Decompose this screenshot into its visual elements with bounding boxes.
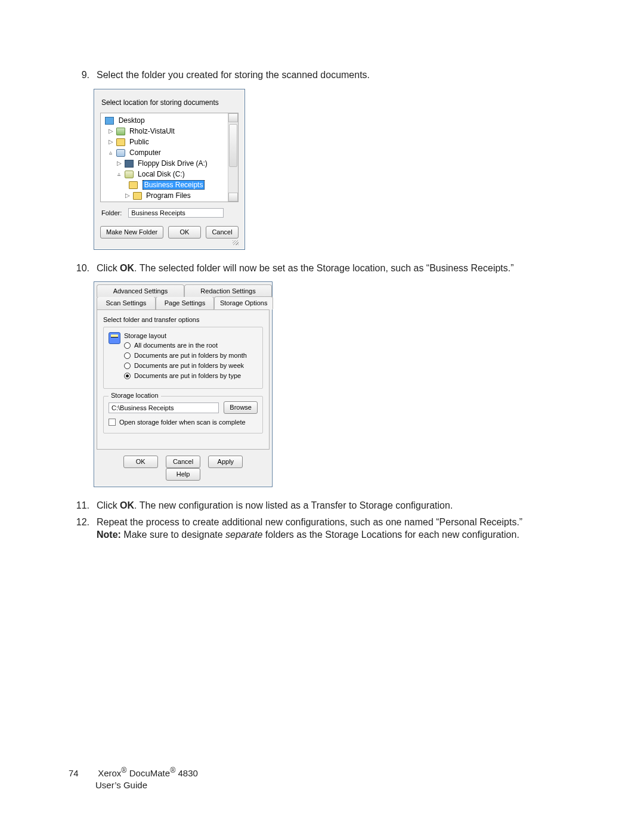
cancel-button[interactable]: Cancel bbox=[206, 226, 239, 239]
collapse-icon[interactable]: ▵ bbox=[107, 147, 114, 157]
apply-button[interactable]: Apply bbox=[208, 456, 243, 468]
folder-icon bbox=[133, 192, 142, 200]
page-footer: 74 Xerox® DocuMate® 4830 User’s Guide bbox=[69, 766, 198, 792]
tab-redaction-settings[interactable]: Redaction Settings bbox=[184, 284, 272, 297]
storage-layout-icon bbox=[109, 332, 120, 344]
expand-icon[interactable]: ▷ bbox=[116, 158, 122, 168]
expand-icon[interactable]: ▷ bbox=[107, 137, 114, 147]
checkbox-icon bbox=[109, 419, 116, 426]
tree-item-business-receipts[interactable]: Business Receipts bbox=[101, 180, 238, 191]
collapse-icon[interactable]: ▵ bbox=[116, 169, 122, 179]
step-text: Select the folder you created for storin… bbox=[97, 69, 575, 82]
storage-layout-radios: All documents are in the root Documents … bbox=[124, 340, 258, 381]
folder-value[interactable]: Business Receipts bbox=[128, 208, 224, 218]
desktop-icon bbox=[105, 117, 114, 125]
cancel-button[interactable]: Cancel bbox=[166, 456, 200, 468]
tree-label: Rholz-VistaUlt bbox=[129, 127, 175, 135]
radio-by-week[interactable]: Documents are put in folders by week bbox=[124, 361, 258, 371]
tab-panel-storage-options: Select folder and transfer options Stora… bbox=[97, 309, 270, 450]
tree-label: Public bbox=[129, 138, 149, 146]
vertical-scrollbar[interactable] bbox=[228, 113, 238, 202]
tab-page-settings[interactable]: Page Settings bbox=[156, 296, 215, 309]
tree-item-public[interactable]: ▷ Public bbox=[101, 137, 238, 148]
folder-icon bbox=[116, 138, 125, 146]
make-new-folder-button[interactable]: Make New Folder bbox=[100, 226, 163, 239]
tree-label: Local Disk (C:) bbox=[138, 170, 185, 178]
tree-item-user[interactable]: ▷ Rholz-VistaUlt bbox=[101, 126, 238, 137]
storage-location-input[interactable]: C:\Business Receipts bbox=[109, 402, 219, 413]
ok-button[interactable]: OK bbox=[123, 456, 158, 468]
radio-icon bbox=[124, 363, 131, 369]
dialog-title: Select location for storing documents bbox=[100, 97, 239, 113]
storage-layout-group: Storage layout All documents are in the … bbox=[103, 327, 263, 389]
tree-item-program-files[interactable]: ▷ Program Files bbox=[101, 191, 238, 202]
step-number: 11. bbox=[69, 499, 97, 512]
tab-scan-settings[interactable]: Scan Settings bbox=[97, 296, 156, 309]
tab-row-front: Scan Settings Page Settings Storage Opti… bbox=[97, 297, 270, 309]
step-text: Click OK. The selected folder will now b… bbox=[97, 262, 575, 275]
instruction-list: 11. Click OK. The new configuration is n… bbox=[69, 499, 575, 541]
folder-label: Folder: bbox=[101, 209, 122, 216]
radio-by-month[interactable]: Documents are put in folders by month bbox=[124, 351, 258, 361]
step-text: Repeat the process to create additional … bbox=[97, 516, 575, 541]
resize-grip-icon[interactable] bbox=[100, 239, 239, 243]
help-button[interactable]: Help bbox=[166, 468, 200, 481]
tab-advanced-settings[interactable]: Advanced Settings bbox=[97, 284, 184, 297]
checkbox-label: Open storage folder when scan is complet… bbox=[119, 419, 246, 426]
tree-item-users[interactable]: ▷ Users bbox=[101, 202, 238, 202]
tree-item-floppy[interactable]: ▷ Floppy Disk Drive (A:) bbox=[101, 159, 238, 169]
browse-button[interactable]: Browse bbox=[224, 401, 258, 414]
step-12: 12. Repeat the process to create additio… bbox=[69, 516, 575, 541]
step-number: 10. bbox=[69, 262, 97, 275]
radio-root[interactable]: All documents are in the root bbox=[124, 340, 258, 351]
expand-icon[interactable]: ▷ bbox=[107, 126, 114, 136]
tree-label: Program Files bbox=[146, 191, 191, 200]
folder-tree[interactable]: Desktop ▷ Rholz-VistaUlt ▷ Public ▵ Comp… bbox=[100, 113, 239, 202]
radio-icon-selected bbox=[124, 373, 131, 379]
doc-title: User’s Guide bbox=[95, 780, 147, 790]
computer-icon bbox=[116, 149, 125, 157]
instruction-list: 9. Select the folder you created for sto… bbox=[69, 69, 575, 82]
step-number: 9. bbox=[69, 69, 97, 82]
section-label: Select folder and transfer options bbox=[103, 316, 263, 323]
tree-item-computer[interactable]: ▵ Computer bbox=[101, 148, 238, 159]
step-number: 12. bbox=[69, 516, 97, 541]
step-9: 9. Select the folder you created for sto… bbox=[69, 69, 575, 82]
tree-label-selected: Business Receipts bbox=[143, 180, 205, 190]
document-page: 9. Select the folder you created for sto… bbox=[0, 0, 644, 833]
storage-options-dialog: Advanced Settings Redaction Settings Sca… bbox=[94, 281, 273, 487]
expand-icon[interactable]: ▷ bbox=[124, 201, 131, 202]
ok-button[interactable]: OK bbox=[168, 226, 201, 239]
tree-label: Floppy Disk Drive (A:) bbox=[138, 159, 208, 168]
storage-layout-label: Storage layout bbox=[124, 332, 258, 339]
scrollbar-thumb[interactable] bbox=[229, 124, 237, 167]
step-text: Click OK. The new configuration is now l… bbox=[97, 499, 575, 512]
radio-icon bbox=[124, 342, 131, 349]
radio-icon bbox=[124, 352, 131, 359]
drive-icon bbox=[125, 171, 134, 178]
storage-location-label: Storage location bbox=[109, 392, 161, 399]
step-11: 11. Click OK. The new configuration is n… bbox=[69, 499, 575, 512]
instruction-list: 10. Click OK. The selected folder will n… bbox=[69, 262, 575, 275]
dialog-button-row: Make New Folder OK Cancel bbox=[100, 224, 239, 239]
dialog-button-row: OK Cancel Apply Help bbox=[97, 450, 270, 484]
tab-row-back: Advanced Settings Redaction Settings bbox=[97, 284, 270, 297]
product-name: Xerox® DocuMate® 4830 bbox=[98, 768, 198, 778]
folder-browser-dialog: Select location for storing documents De… bbox=[94, 89, 245, 250]
page-number: 74 bbox=[69, 767, 95, 779]
user-folder-icon bbox=[116, 128, 125, 135]
tree-label: Desktop bbox=[119, 116, 145, 125]
open-folder-checkbox-row[interactable]: Open storage folder when scan is complet… bbox=[109, 419, 258, 426]
step-10: 10. Click OK. The selected folder will n… bbox=[69, 262, 575, 275]
tree-label: Computer bbox=[129, 148, 161, 157]
radio-by-type[interactable]: Documents are put in folders by type bbox=[124, 371, 258, 381]
selected-folder-row: Folder: Business Receipts bbox=[100, 202, 239, 224]
folder-icon bbox=[129, 181, 138, 189]
tree-item-desktop[interactable]: Desktop bbox=[101, 116, 238, 126]
tab-storage-options[interactable]: Storage Options bbox=[214, 296, 273, 309]
storage-location-group: Storage location C:\Business Receipts Br… bbox=[103, 396, 263, 433]
floppy-icon bbox=[125, 160, 134, 168]
tree-item-local-c[interactable]: ▵ Local Disk (C:) bbox=[101, 169, 238, 180]
expand-icon[interactable]: ▷ bbox=[124, 190, 131, 200]
